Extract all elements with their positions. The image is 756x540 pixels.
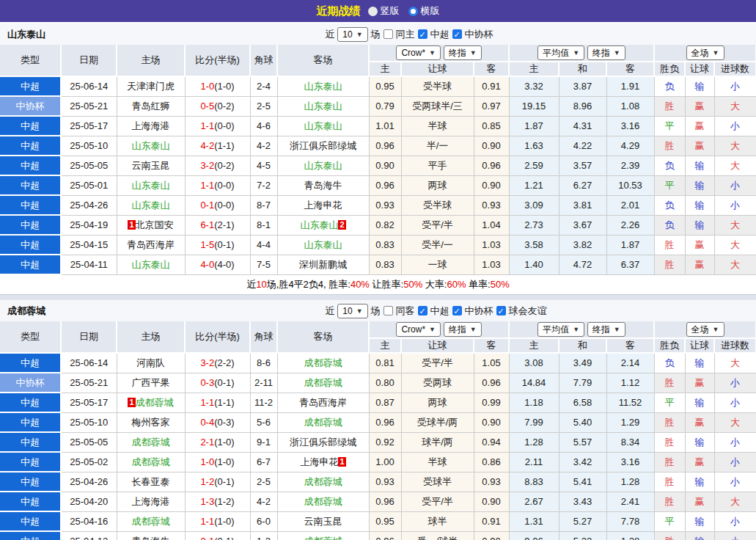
odds-source-select[interactable]: 终指▼ <box>587 45 625 60</box>
checkbox[interactable]: ✓ <box>418 306 427 315</box>
chevron-down-icon: ▼ <box>429 47 436 59</box>
league-badge: 中超 <box>0 235 61 255</box>
handicap-line: 受一/球半 <box>401 531 474 540</box>
checkbox[interactable]: ✓ <box>496 306 506 315</box>
sub-col-header: 进球数 <box>714 338 756 353</box>
away-team: 成都蓉城 <box>277 472 369 492</box>
radio-label: 竖版 <box>381 4 400 18</box>
odds-home: 0.96 <box>369 412 401 432</box>
checkbox[interactable]: ✓ <box>452 306 462 315</box>
match-row: 中超25-04-20上海海港1-3(1-2)4-2成都蓉城0.96受平/半0.9… <box>0 492 756 511</box>
avg-away: 10.53 <box>606 175 654 195</box>
odds-away: 0.86 <box>474 452 509 472</box>
away-team: 成都蓉城 <box>277 492 369 511</box>
handicap-line: 受半球 <box>401 195 474 215</box>
odds-source-select[interactable]: 终指▼ <box>444 45 482 60</box>
result-outcome: 平 <box>654 511 685 531</box>
summary-part: 让胜率: <box>370 279 403 290</box>
score-cell: 1-1(1-0) <box>185 511 250 531</box>
odds-source-select[interactable]: Crow*▼ <box>396 45 441 60</box>
odds-source-select[interactable]: 平均值▼ <box>537 322 584 337</box>
result-goals: 大 <box>714 136 756 156</box>
col-header: 类型 <box>0 321 61 353</box>
result-outcome: 胜 <box>654 472 685 492</box>
half-score: (0-2) <box>214 160 234 171</box>
checkbox[interactable]: ✓ <box>452 29 462 39</box>
final-score: 3-2 <box>200 357 214 368</box>
result-goals: 大 <box>714 412 756 432</box>
odds-home: 0.93 <box>369 195 401 215</box>
sub-col-header: 客 <box>606 62 654 76</box>
radio-vertical-icon[interactable] <box>368 7 378 16</box>
half-score: (0-2) <box>214 101 234 112</box>
final-score: 0-5 <box>200 101 214 112</box>
col-header: 主场 <box>117 321 185 353</box>
result-handicap: 赢 <box>685 255 714 274</box>
match-date: 25-05-17 <box>61 116 117 136</box>
avg-home: 1.21 <box>509 175 559 195</box>
corners: 8-1 <box>250 215 277 235</box>
league-badge: 中超 <box>0 116 61 136</box>
avg-draw: 3.42 <box>559 452 606 472</box>
result-goals: 小 <box>714 116 756 136</box>
home-team: 梅州客家 <box>117 412 185 432</box>
checkbox[interactable]: ✓ <box>418 29 427 39</box>
results-table: 类型日期主场比分(半场)角球客场Crow*▼ 终指▼ 平均值▼ 终指▼ 全场▼ … <box>0 321 756 540</box>
result-handicap: 输 <box>685 472 714 492</box>
select-value: 10 <box>342 305 352 317</box>
odds-source-select[interactable]: 全场▼ <box>686 322 724 337</box>
half-score: (1-0) <box>214 456 234 467</box>
result-handicap: 输 <box>685 76 714 96</box>
match-count-select[interactable]: 10▼ <box>337 27 367 42</box>
final-score: 0-3 <box>200 377 214 388</box>
avg-away: 2.14 <box>606 353 654 373</box>
chevron-down-icon: ▼ <box>713 47 719 59</box>
away-team: 上海申花 <box>277 195 369 215</box>
odds-source-select[interactable]: 终指▼ <box>587 322 625 337</box>
away-team: 浙江俱乐部绿城 <box>277 136 369 156</box>
sub-col-header: 让球 <box>401 62 474 76</box>
avg-away: 1.12 <box>606 373 654 393</box>
radio-horizontal-icon[interactable] <box>408 7 418 16</box>
col-header: 角球 <box>250 45 277 76</box>
odds-home: 0.95 <box>369 511 401 531</box>
away-team: 成都蓉城 <box>277 412 369 432</box>
odds-home: 0.96 <box>369 136 401 156</box>
odds-source-select[interactable]: Crow*▼ <box>396 322 441 337</box>
checkbox[interactable] <box>383 29 393 39</box>
chevron-down-icon: ▼ <box>429 324 436 335</box>
half-score: (0-0) <box>214 180 234 191</box>
away-team: 青岛海牛 <box>277 175 369 195</box>
half-score: (0-1) <box>214 476 234 487</box>
odds-source-select[interactable]: 全场▼ <box>686 45 724 60</box>
checkbox-label: 球会友谊 <box>509 304 547 318</box>
layout-radio-item: 竖版 <box>368 4 400 18</box>
avg-away: 7.78 <box>606 511 654 531</box>
avg-home: 1.87 <box>509 116 559 136</box>
away-team-name: 浙江俱乐部绿城 <box>290 140 356 151</box>
odds-away: 0.93 <box>474 472 509 492</box>
odds-source-select[interactable]: 平均值▼ <box>537 45 584 60</box>
league-badge: 中超 <box>0 432 61 452</box>
avg-draw: 3.82 <box>559 235 606 255</box>
result-goals: 大 <box>714 353 756 373</box>
score-cell: 0-1(0-0) <box>185 195 250 215</box>
home-team: 成都蓉城 <box>117 452 185 472</box>
avg-draw: 3.87 <box>559 76 606 96</box>
odds-away: 0.85 <box>474 116 509 136</box>
filter-bar: 近10▼场同主✓中超✓中协杯 <box>325 27 493 42</box>
col-header: 日期 <box>61 321 117 353</box>
select-value: 终指 <box>449 47 466 59</box>
odds-home: 0.87 <box>369 393 401 412</box>
chevron-down-icon: ▼ <box>470 324 477 335</box>
chevron-down-icon: ▼ <box>614 47 620 59</box>
score-cell: 3-2(2-2) <box>185 353 250 373</box>
handicap-line: 两球 <box>401 393 474 412</box>
league-badge: 中超 <box>0 452 61 472</box>
match-count-select[interactable]: 10▼ <box>337 304 367 318</box>
half-score: (1-0) <box>214 516 234 527</box>
match-date: 25-04-20 <box>61 492 117 511</box>
home-team-name: 山东泰山 <box>132 140 170 151</box>
odds-source-select[interactable]: 终指▼ <box>444 322 482 337</box>
checkbox[interactable] <box>383 306 393 315</box>
